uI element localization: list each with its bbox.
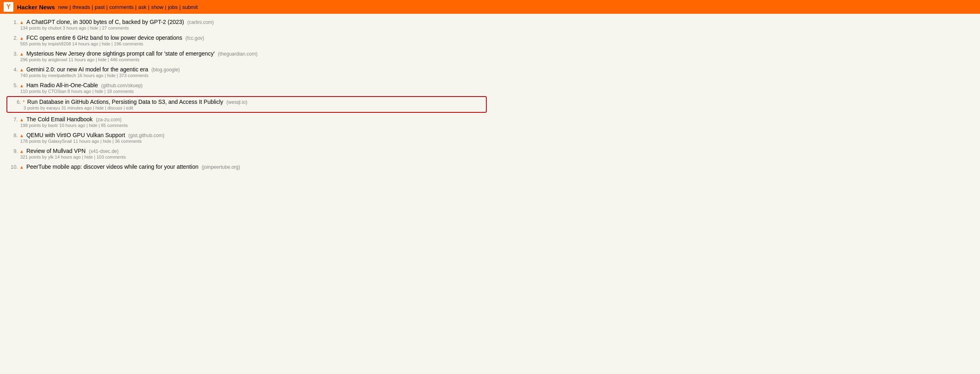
- hide-link[interactable]: hide: [89, 123, 97, 128]
- hide-link[interactable]: hide: [90, 26, 99, 30]
- story-user[interactable]: impish9208: [48, 41, 71, 46]
- discuss-link[interactable]: discuss: [107, 105, 122, 110]
- story-meta: 110 points by CTOSian 8 hours ago | hide…: [20, 89, 487, 94]
- hide-link[interactable]: hide: [103, 139, 111, 144]
- hide-link[interactable]: hide: [95, 89, 103, 94]
- story-link[interactable]: Mysterious New Jersey drone sightings pr…: [26, 50, 215, 57]
- story-link[interactable]: Run Database in GitHub Actions, Persisti…: [27, 99, 223, 105]
- upvote-button[interactable]: ▲: [19, 117, 24, 122]
- hide-link[interactable]: hide: [84, 155, 93, 159]
- story-title-line: 6. * Run Database in GitHub Actions, Per…: [10, 99, 484, 105]
- story-domain: (wesql.io): [226, 99, 247, 105]
- story-item-7: 7. ▲ The Cold Email Handbook (za-zu.com)…: [6, 114, 487, 129]
- story-domain: (x41-dsec.de): [89, 148, 118, 154]
- story-link[interactable]: A ChatGPT clone, in 3000 bytes of C, bac…: [26, 19, 184, 25]
- story-meta: 198 points by baxtr 10 hours ago | hide …: [20, 123, 487, 128]
- comments-link[interactable]: 18 comments: [107, 89, 133, 94]
- story-user[interactable]: ylk: [48, 155, 54, 159]
- story-domain: (theguardian.com): [218, 51, 257, 57]
- nav-threads[interactable]: threads: [73, 4, 90, 10]
- story-domain: (za-zu.com): [96, 117, 121, 123]
- comments-link[interactable]: 27 comments: [102, 26, 129, 30]
- story-link[interactable]: Ham Radio All-in-One-Cable: [26, 82, 98, 88]
- story-user[interactable]: earayu: [46, 105, 60, 110]
- story-item-3: 3. ▲ Mysterious New Jersey drone sightin…: [6, 49, 487, 64]
- story-title-line: 5. ▲ Ham Radio All-in-One-Cable (github.…: [6, 82, 487, 88]
- story-meta: 740 points by meetpateltech 16 hours ago…: [20, 73, 487, 78]
- story-user[interactable]: anigbrowl: [48, 57, 67, 62]
- upvote-button[interactable]: ▲: [19, 52, 24, 56]
- story-number: 3.: [6, 51, 18, 57]
- story-domain: (fcc.gov): [185, 35, 204, 41]
- site-title: Hacker News: [17, 4, 55, 11]
- story-meta: 296 points by anigbrowl 11 hours ago | h…: [20, 57, 487, 62]
- hide-link[interactable]: hide: [107, 73, 116, 78]
- story-user[interactable]: baxtr: [48, 123, 58, 128]
- upvote-button[interactable]: ▲: [19, 133, 24, 138]
- story-item-10: 10. ▲ PeerTube mobile app: discover vide…: [6, 162, 487, 172]
- story-meta: 3 points by earayu 31 minutes ago | hide…: [24, 105, 484, 110]
- upvote-button[interactable]: ▲: [19, 20, 24, 25]
- story-item-6: 6. * Run Database in GitHub Actions, Per…: [6, 96, 487, 113]
- upvote-button[interactable]: ▲: [19, 165, 24, 170]
- hide-link[interactable]: hide: [102, 41, 110, 46]
- stories-list: 1. ▲ A ChatGPT clone, in 3000 bytes of C…: [0, 14, 487, 176]
- upvote-button[interactable]: ▲: [19, 36, 24, 41]
- comments-link[interactable]: 36 comments: [115, 139, 142, 144]
- story-domain: (gist.github.com): [128, 133, 164, 138]
- story-domain: (joinpeertube.org): [202, 164, 240, 170]
- story-link[interactable]: Review of Mullvad VPN: [26, 148, 86, 154]
- nav-jobs[interactable]: jobs: [168, 4, 178, 10]
- story-number: 5.: [6, 82, 18, 88]
- story-title-line: 9. ▲ Review of Mullvad VPN (x41-dsec.de): [6, 148, 487, 154]
- nav-past[interactable]: past: [95, 4, 105, 10]
- story-link[interactable]: QEMU with VirtIO GPU Vulkan Support: [26, 132, 125, 138]
- story-link[interactable]: PeerTube mobile app: discover videos whi…: [26, 163, 198, 170]
- story-item-2: 2. ▲ FCC opens entire 6 GHz band to low …: [6, 33, 487, 48]
- star-icon[interactable]: *: [23, 99, 25, 105]
- nav-ask[interactable]: ask: [138, 4, 146, 10]
- story-number: 9.: [6, 148, 18, 154]
- comments-link[interactable]: 373 comments: [119, 73, 148, 78]
- comments-link[interactable]: 85 comments: [101, 123, 128, 128]
- hide-link[interactable]: hide: [98, 57, 107, 62]
- story-meta: 565 points by impish9208 14 hours ago | …: [20, 41, 487, 46]
- story-title-line: 7. ▲ The Cold Email Handbook (za-zu.com): [6, 116, 487, 123]
- story-user[interactable]: GalaxySnail: [48, 139, 72, 144]
- upvote-button[interactable]: ▲: [19, 149, 24, 154]
- story-meta: 321 points by ylk 14 hours ago | hide | …: [20, 155, 487, 159]
- story-domain: (carlini.com): [187, 19, 214, 25]
- comments-link[interactable]: 196 comments: [114, 41, 143, 46]
- story-number: 1.: [6, 19, 18, 25]
- story-user[interactable]: chubot: [48, 26, 62, 30]
- story-meta: 178 points by GalaxySnail 11 hours ago |…: [20, 139, 487, 144]
- story-user[interactable]: meetpateltech: [48, 73, 76, 78]
- story-title-line: 1. ▲ A ChatGPT clone, in 3000 bytes of C…: [6, 19, 487, 25]
- story-number: 7.: [6, 116, 18, 123]
- story-link[interactable]: The Cold Email Handbook: [26, 116, 92, 123]
- upvote-button[interactable]: ▲: [19, 83, 24, 88]
- hide-link[interactable]: hide: [95, 105, 104, 110]
- comments-link[interactable]: 103 comments: [97, 155, 126, 159]
- story-title-line: 10. ▲ PeerTube mobile app: discover vide…: [6, 163, 487, 170]
- story-number: 4.: [6, 67, 18, 73]
- story-number: 8.: [6, 132, 18, 138]
- header: Y Hacker News new | threads | past | com…: [0, 0, 980, 14]
- nav-show[interactable]: show: [151, 4, 163, 10]
- upvote-button[interactable]: ▲: [19, 67, 24, 72]
- story-domain: (github.com/skuep): [101, 83, 143, 88]
- nav-new[interactable]: new: [58, 4, 68, 10]
- story-number: 10.: [6, 164, 18, 170]
- nav-submit[interactable]: submit: [182, 4, 198, 10]
- story-meta: 134 points by chubot 3 hours ago | hide …: [20, 26, 487, 30]
- story-user[interactable]: CTOSian: [48, 89, 67, 94]
- story-link[interactable]: Gemini 2.0: our new AI model for the age…: [26, 66, 148, 73]
- story-link[interactable]: FCC opens entire 6 GHz band to low power…: [26, 34, 182, 41]
- story-title-line: 3. ▲ Mysterious New Jersey drone sightin…: [6, 50, 487, 57]
- hn-logo[interactable]: Y: [3, 2, 14, 12]
- nav-comments[interactable]: comments: [109, 4, 133, 10]
- edit-link[interactable]: edit: [126, 105, 133, 110]
- story-item-9: 9. ▲ Review of Mullvad VPN (x41-dsec.de)…: [6, 146, 487, 161]
- comments-link[interactable]: 446 comments: [110, 57, 140, 62]
- story-domain: (blog.google): [151, 67, 180, 73]
